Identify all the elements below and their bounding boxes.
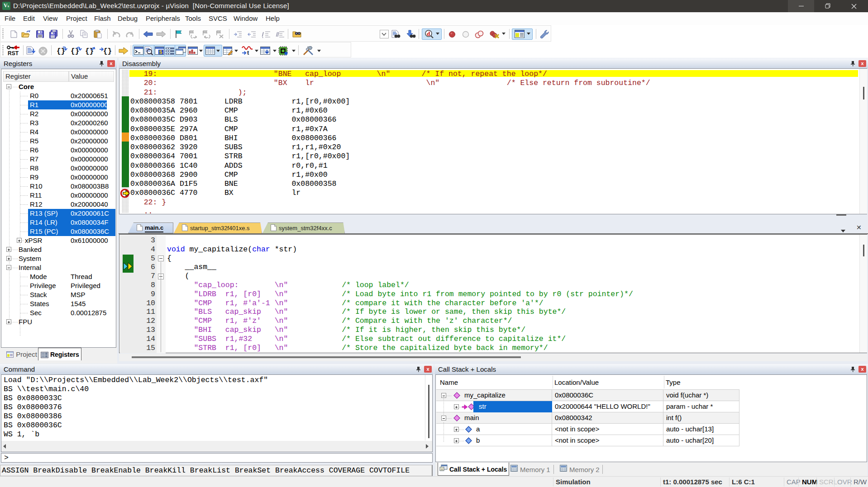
svg-text:{}: {} bbox=[71, 47, 79, 56]
svg-text:S: S bbox=[159, 49, 162, 55]
svg-text:t: t bbox=[247, 49, 249, 56]
svg-text:d: d bbox=[427, 30, 430, 37]
svg-text:{}: {} bbox=[85, 47, 94, 56]
svg-text:{}: {} bbox=[103, 47, 111, 56]
svg-text:RST: RST bbox=[8, 50, 19, 56]
